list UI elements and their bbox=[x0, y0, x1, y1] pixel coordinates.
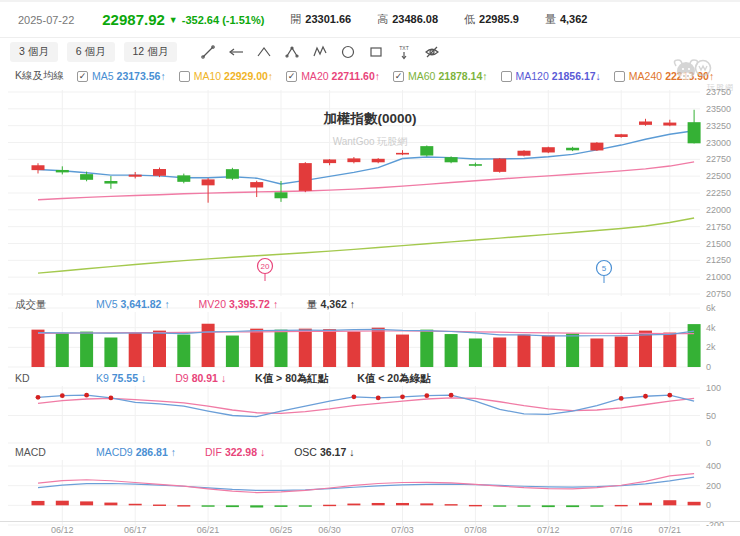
ma20-line bbox=[38, 162, 694, 200]
x-tick-06-17: 06/17 bbox=[113, 525, 157, 535]
svg-text:4k: 4k bbox=[706, 323, 716, 333]
svg-text:200: 200 bbox=[706, 481, 721, 491]
checkbox-ma5[interactable]: ✓ bbox=[77, 71, 88, 82]
k9-value: K975.55↓ bbox=[96, 372, 146, 384]
svg-text:21500: 21500 bbox=[706, 239, 731, 249]
candle-4 bbox=[129, 175, 142, 177]
candle-20 bbox=[518, 151, 531, 156]
x-tick-06-25: 06/25 bbox=[259, 525, 303, 535]
ma-toggle-ma120[interactable]: MA12021856.17↓ bbox=[501, 70, 601, 82]
macd-label: MACD bbox=[15, 446, 93, 458]
checkbox-ma120[interactable] bbox=[501, 71, 512, 82]
svg-text:21250: 21250 bbox=[706, 255, 731, 265]
candle-7 bbox=[202, 179, 215, 185]
volume-panel[interactable]: 成交量 MV53,641.82↑ MV203,395.72↑ 量4,362↑ 6… bbox=[0, 298, 740, 372]
text-tool-icon[interactable]: TXT bbox=[392, 42, 416, 62]
candle-27 bbox=[688, 122, 701, 143]
high-value: 高23486.08 bbox=[377, 12, 438, 27]
x-tick-07-16: 07/16 bbox=[599, 525, 643, 535]
svg-text:20: 20 bbox=[261, 262, 270, 271]
mv20-value: MV203,395.72↑ bbox=[199, 298, 279, 310]
chart-title: 加權指數(0000) bbox=[270, 110, 470, 128]
checkbox-ma60[interactable]: ✓ bbox=[393, 71, 404, 82]
main-chart-panel[interactable]: 加權指數(0000) WantGoo 玩股網 23750235002325023… bbox=[0, 88, 740, 298]
candle-15 bbox=[396, 153, 409, 155]
macd-grid bbox=[8, 460, 700, 525]
horizontal-ray-tool-icon[interactable] bbox=[224, 42, 248, 62]
svg-text:2k: 2k bbox=[706, 342, 716, 352]
hide-drawings-tool-icon[interactable] bbox=[420, 42, 444, 62]
svg-text:400: 400 bbox=[706, 461, 721, 471]
candle-10 bbox=[275, 192, 288, 198]
zigzag-tool-icon[interactable] bbox=[252, 42, 276, 62]
ma-toggle-ma10[interactable]: MA1022929.00↑ bbox=[179, 70, 273, 82]
x-tick-07-08: 07/08 bbox=[453, 525, 497, 535]
checkbox-ma20[interactable]: ✓ bbox=[286, 71, 297, 82]
macd-panel[interactable]: MACD MACD9286.81↑ DIF322.98↓ OSC36.17↓ 4… bbox=[0, 446, 740, 526]
osc-value: OSC36.17↓ bbox=[294, 446, 354, 458]
kd-header: KD K975.55↓ D980.91↓ K值 > 80為紅點 K值 < 20為… bbox=[0, 372, 740, 386]
candle-11 bbox=[299, 163, 312, 191]
svg-text:23250: 23250 bbox=[706, 121, 731, 131]
ma-toggle-ma20[interactable]: ✓MA2022711.60↑ bbox=[286, 70, 380, 82]
svg-text:23000: 23000 bbox=[706, 138, 731, 148]
candle-14 bbox=[372, 159, 385, 163]
kd-y-labels: 100500 bbox=[706, 383, 721, 446]
rectangle-tool-icon[interactable] bbox=[364, 42, 388, 62]
svg-text:50: 50 bbox=[706, 411, 716, 421]
candle-3 bbox=[104, 181, 117, 184]
k-line bbox=[38, 395, 694, 416]
down-triangle-icon: ▼ bbox=[169, 15, 178, 25]
low-value: 低22985.9 bbox=[464, 12, 519, 27]
candle-8 bbox=[226, 169, 239, 179]
trendline-tool-icon[interactable] bbox=[196, 42, 220, 62]
candle-5 bbox=[153, 169, 166, 176]
candle-1 bbox=[56, 170, 69, 172]
checkbox-ma10[interactable] bbox=[179, 71, 190, 82]
candle-25 bbox=[639, 121, 652, 124]
ma-legend-row: K線及均線 ✓MA523173.56↑MA1022929.00↑✓MA20227… bbox=[0, 65, 740, 87]
period-button-3[interactable]: 12 個月 bbox=[124, 42, 178, 62]
svg-text:5: 5 bbox=[602, 264, 607, 273]
macd-header: MACD MACD9286.81↑ DIF322.98↓ OSC36.17↓ bbox=[0, 446, 740, 460]
ma-toggle-ma5[interactable]: ✓MA523173.56↑ bbox=[77, 70, 166, 82]
svg-text:TXT: TXT bbox=[399, 45, 408, 51]
svg-text:21000: 21000 bbox=[706, 272, 731, 282]
candle-6 bbox=[177, 175, 190, 181]
d9-value: D980.91↓ bbox=[175, 372, 226, 384]
candle-24 bbox=[615, 134, 628, 137]
dif-line bbox=[38, 474, 694, 493]
svg-text:20750: 20750 bbox=[706, 289, 731, 298]
stock-chart-app: 2025-07-22 22987.92 ▼ -352.64 (-1.51%) 開… bbox=[0, 0, 740, 536]
svg-text:0: 0 bbox=[706, 438, 711, 446]
ma-toggle-ma60[interactable]: ✓MA6021878.14↑ bbox=[393, 70, 487, 82]
wave-pattern-tool-icon[interactable] bbox=[308, 42, 332, 62]
svg-text:0: 0 bbox=[706, 500, 711, 510]
kd-label: KD bbox=[15, 372, 93, 384]
kd-panel[interactable]: KD K975.55↓ D980.91↓ K值 > 80為紅點 K值 < 20為… bbox=[0, 372, 740, 446]
kd-note-green: K值 < 20為綠點 bbox=[357, 372, 430, 384]
vol-bars bbox=[32, 324, 701, 367]
x-tick-06-30: 06/30 bbox=[308, 525, 352, 535]
chart-toolbar: 3 個月6 個月12 個月 TXT bbox=[0, 39, 740, 64]
svg-text:22000: 22000 bbox=[706, 205, 731, 215]
kd-note-red: K值 > 80為紅點 bbox=[255, 372, 328, 384]
x-tick-07-21: 07/21 bbox=[648, 525, 692, 535]
circle-tool-icon[interactable] bbox=[336, 42, 360, 62]
volume-value: 量4,362 bbox=[545, 12, 588, 27]
candle-17 bbox=[445, 157, 458, 162]
dif-value: DIF322.98↓ bbox=[205, 446, 265, 458]
x-tick-06-12: 06/12 bbox=[40, 525, 84, 535]
period-button-2[interactable]: 6 個月 bbox=[67, 42, 115, 62]
x-tick-07-12: 07/12 bbox=[526, 525, 570, 535]
candle-0 bbox=[32, 165, 45, 170]
candle-9 bbox=[250, 182, 263, 187]
checkbox-ma240[interactable] bbox=[614, 71, 625, 82]
candle-23 bbox=[590, 143, 603, 151]
candle-2 bbox=[80, 174, 93, 180]
svg-text:22500: 22500 bbox=[706, 171, 731, 181]
abc-pattern-tool-icon[interactable] bbox=[280, 42, 304, 62]
candle-12 bbox=[323, 159, 336, 163]
x-tick-06-21: 06/21 bbox=[186, 525, 230, 535]
period-button-1[interactable]: 3 個月 bbox=[10, 42, 58, 62]
